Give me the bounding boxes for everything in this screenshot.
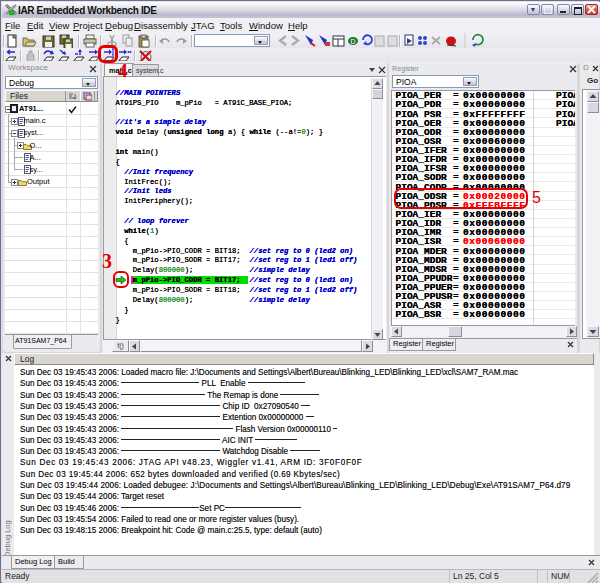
svg-text:D: D <box>351 38 356 45</box>
